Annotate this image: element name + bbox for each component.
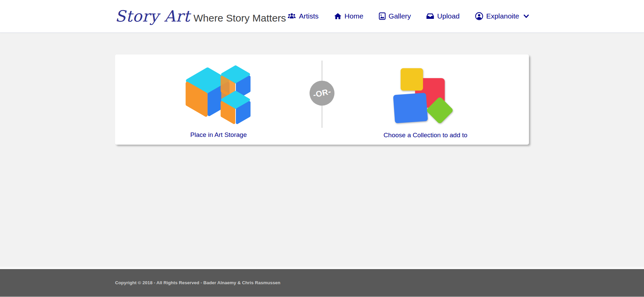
collection-squares-icon <box>393 65 459 128</box>
art-storage-cubes-icon <box>184 61 254 128</box>
nav-item-label: Home <box>345 12 363 20</box>
choose-collection-option[interactable]: Choose a Collection to add to <box>322 54 529 145</box>
nav-item-gallery[interactable]: Gallery <box>379 12 411 20</box>
main-content: Place in Art Storage -OR- Choose a Colle… <box>0 54 644 145</box>
home-icon <box>334 13 342 20</box>
option-label: Place in Art Storage <box>190 131 247 139</box>
user-circle-icon <box>475 12 483 20</box>
copyright-text: Copyright © 2018 - All Rights Reserved -… <box>115 280 280 285</box>
nav-item-upload[interactable]: Upload <box>426 12 460 20</box>
option-label: Choose a Collection to add to <box>384 132 467 139</box>
logo-text: Story Art <box>115 8 190 24</box>
nav-item-explanoite[interactable]: Explanoite <box>475 12 529 20</box>
logo-tagline: Where Story Matters <box>193 13 286 23</box>
footer: Copyright © 2018 - All Rights Reserved -… <box>0 269 644 297</box>
nav-item-label: Explanoite <box>486 12 519 20</box>
nav-item-home[interactable]: Home <box>334 12 363 20</box>
chevron-down-icon <box>524 14 529 18</box>
main-nav: Artists Home Gallery <box>288 12 529 20</box>
nav-item-label: Gallery <box>389 12 411 20</box>
choice-card: Place in Art Storage -OR- Choose a Colle… <box>115 54 529 145</box>
gallery-icon <box>379 12 386 20</box>
nav-item-label: Artists <box>299 12 318 20</box>
nav-item-label: Upload <box>437 12 460 20</box>
logo-link[interactable]: Story Art Where Story Matters <box>115 8 286 24</box>
place-in-art-storage-option[interactable]: Place in Art Storage <box>115 54 322 145</box>
footer-top-gradient <box>0 266 644 269</box>
header: Story Art Where Story Matters Artists <box>0 0 644 33</box>
upload-icon <box>426 13 434 20</box>
nav-item-artists[interactable]: Artists <box>288 12 318 20</box>
users-icon <box>288 13 296 20</box>
